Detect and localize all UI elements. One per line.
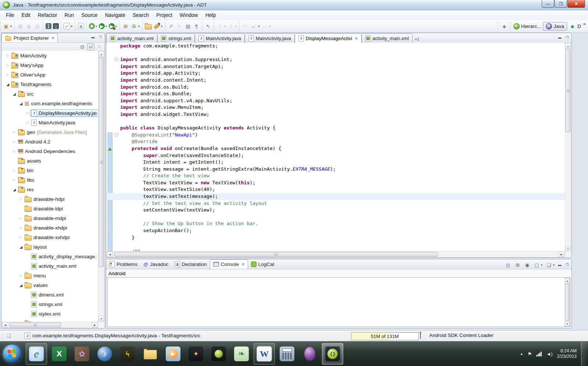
restore-button[interactable]: ❐	[555, 0, 567, 8]
tree-item-layout[interactable]: ◢layout	[2, 242, 98, 252]
scroll-up-icon[interactable]: ▲	[98, 51, 104, 57]
tree-item-libs[interactable]: ▷libs	[2, 175, 98, 185]
perspective-java[interactable]: JJava	[543, 22, 567, 31]
tree-item-oliver-sapp[interactable]: ▷Oliver'sApp	[2, 70, 98, 79]
dropdown-arrow-icon[interactable]: ▾	[541, 263, 542, 267]
taskbar-word-button[interactable]: W	[254, 343, 275, 365]
tree-collapsed-arrow-icon[interactable]: ▷	[11, 130, 17, 134]
taskbar-utility-key-button[interactable]: ϟ	[117, 343, 138, 365]
scroll-thumb[interactable]	[114, 252, 438, 257]
tree-expanded-arrow-icon[interactable]: ◢	[18, 283, 24, 287]
window-titlebar[interactable]: Java - Testfragments/src/com/example/tes…	[0, 0, 588, 10]
tree-collapsed-arrow-icon[interactable]: ▷	[25, 111, 31, 115]
tree-expanded-arrow-icon[interactable]: ◢	[18, 102, 24, 106]
scroll-thumb[interactable]	[566, 49, 570, 132]
tree-item-drawable-hdpi[interactable]: ▷drawable-hdpi	[2, 194, 98, 204]
tree-item-drawable-xxhdpi[interactable]: ▷drawable-xxhdpi	[2, 232, 98, 242]
dropdown-arrow-icon[interactable]: ▾	[96, 25, 97, 28]
tree-expanded-arrow-icon[interactable]: ◢	[5, 82, 11, 86]
tree-item-dimens.xml[interactable]: dimens.xml	[2, 290, 98, 299]
tree-collapsed-arrow-icon[interactable]: ▷	[5, 54, 11, 57]
tree-item-values-sw600dp[interactable]: ▷values-sw600dp	[2, 319, 98, 322]
tree-collapsed-arrow-icon[interactable]: ▷	[18, 197, 24, 201]
editor-tab-strings.xml[interactable]: strings.xml	[157, 33, 195, 43]
open-perspective-button[interactable]: ◈	[500, 22, 509, 30]
dropdown-arrow-icon[interactable]: ▾	[553, 263, 555, 267]
run-garbage-collector-button[interactable]	[420, 333, 421, 338]
show-source-button[interactable]: ▤	[184, 22, 192, 30]
dropdown-arrow-icon[interactable]: ▾	[235, 25, 237, 28]
hidden-icons-chevron[interactable]: ▲	[520, 352, 523, 356]
dropdown-arrow-icon[interactable]: ▾	[10, 25, 12, 28]
run-button[interactable]: ▶▾	[98, 22, 108, 30]
tree-item-styles.xml[interactable]: styles.xml	[2, 309, 98, 319]
close-icon[interactable]: ✕	[51, 36, 54, 40]
clock[interactable]: 8:24 AM 2/23/2013	[557, 348, 577, 359]
tree-item-displaymessageactivity.java[interactable]: ▷JDisplayMessageActivity.java	[2, 108, 98, 118]
android-sdk-manager-button[interactable]: ↧	[45, 22, 52, 30]
run-history-button[interactable]: ▶▾	[108, 22, 118, 30]
last-edit-hover-button[interactable]: ✐	[167, 22, 175, 30]
taskbar-graphics-app-button[interactable]: ❧	[231, 343, 252, 365]
link-with-editor-button[interactable]: ↖	[204, 22, 212, 30]
menu-help[interactable]: Help	[202, 11, 220, 19]
maximize-editor-icon[interactable]: ❐	[564, 35, 570, 40]
new-java-class-button[interactable]: G▾	[130, 22, 141, 30]
scroll-left-icon[interactable]: ◀	[2, 322, 8, 328]
new-wizard-button[interactable]: ▣▾	[2, 22, 13, 30]
close-tab-icon[interactable]: ✕	[355, 36, 358, 40]
tree-item-mary-sapp[interactable]: ▷Mary'sApp	[2, 60, 98, 70]
console-tab-problems[interactable]: Problems	[106, 260, 140, 269]
tree-item-assets[interactable]: assets	[2, 156, 98, 166]
close-button[interactable]: ✕	[567, 0, 585, 8]
scroll-thumb[interactable]	[565, 284, 569, 321]
dropdown-arrow-icon[interactable]: ▾	[269, 25, 270, 28]
next-annotation-button[interactable]: ⇩▾	[216, 22, 227, 30]
taskbar-eclipse-button[interactable]: {}	[322, 343, 343, 365]
menu-file[interactable]: File	[2, 11, 18, 19]
start-button[interactable]	[2, 344, 22, 364]
dropdown-arrow-icon[interactable]: ▾	[71, 25, 72, 28]
code-editor[interactable]: package com.example.testfragments;−impor…	[107, 43, 565, 251]
fold-collapse-icon[interactable]: −	[114, 133, 118, 137]
display-console-button[interactable]: ▢▾	[533, 261, 544, 269]
maximize-view-icon[interactable]: ❐	[564, 262, 570, 267]
taskbar-media-player-button[interactable]: ▶	[162, 343, 184, 365]
tree-collapsed-arrow-icon[interactable]: ▷	[11, 178, 17, 182]
editor-tab-displaymessageactivi[interactable]: JDisplayMessageActivi✕	[295, 33, 362, 43]
tree-expanded-arrow-icon[interactable]: ◢	[18, 245, 24, 249]
tree-item-mainactivity[interactable]: ▷MainActivity	[2, 51, 98, 60]
editor-tab-activity-main.xml[interactable]: activity_main.xml	[362, 33, 413, 43]
tree-expanded-arrow-icon[interactable]: ◢	[11, 188, 17, 192]
menu-source[interactable]: Source	[78, 11, 101, 19]
tree-item-drawable-mdpi[interactable]: ▷drawable-mdpi	[2, 213, 98, 223]
console-tab-declaration[interactable]: ⇶Declaration	[172, 260, 210, 269]
close-tab-icon[interactable]: ✕	[241, 262, 244, 266]
link-open-editors-button[interactable]: ⇄	[87, 43, 94, 50]
taskbar-internet-explorer-button[interactable]: e	[26, 343, 47, 365]
explorer-vscrollbar[interactable]: ▲ ▼	[98, 51, 104, 322]
menu-project[interactable]: Project	[153, 11, 176, 19]
format-button[interactable]: ✎	[175, 22, 184, 30]
scroll-down-icon[interactable]: ▼	[565, 245, 571, 251]
editor-tab-activity-main.xml[interactable]: activity_main.xml	[106, 33, 157, 43]
scroll-down-icon[interactable]: ▼	[565, 321, 570, 326]
tab-project-explorer[interactable]: Project Explorer ✕	[1, 33, 58, 42]
scroll-thumb[interactable]	[10, 323, 61, 327]
tree-item-drawable-ldpi[interactable]: drawable-ldpi	[2, 204, 98, 213]
action-center-flag-icon[interactable]: ⚑	[528, 351, 532, 357]
dropdown-arrow-icon[interactable]: ▾	[258, 25, 259, 28]
previous-annotation-button[interactable]: ⇧▾	[227, 22, 238, 30]
scroll-lock-button[interactable]: ⊠	[513, 261, 522, 269]
volume-icon[interactable]: ◄)	[546, 351, 552, 357]
open-resource-button[interactable]	[144, 22, 153, 30]
pin-console-button[interactable]: ◉	[523, 261, 531, 269]
perspective-d[interactable]: ◆D	[568, 22, 582, 30]
tree-item-drawable-xhdpi[interactable]: ▷drawable-xhdpi	[2, 223, 98, 232]
editor-hscrollbar[interactable]: ◀ ▶	[107, 251, 565, 257]
minimize-editor-icon[interactable]: ▬	[557, 35, 563, 40]
taskbar-excel-button[interactable]: X	[49, 343, 70, 365]
dropdown-arrow-icon[interactable]: ▾	[105, 25, 107, 28]
tree-collapsed-arrow-icon[interactable]: ▷	[18, 216, 24, 220]
tree-item-gen[interactable]: ▷gen[Generated Java Files]	[2, 127, 98, 137]
